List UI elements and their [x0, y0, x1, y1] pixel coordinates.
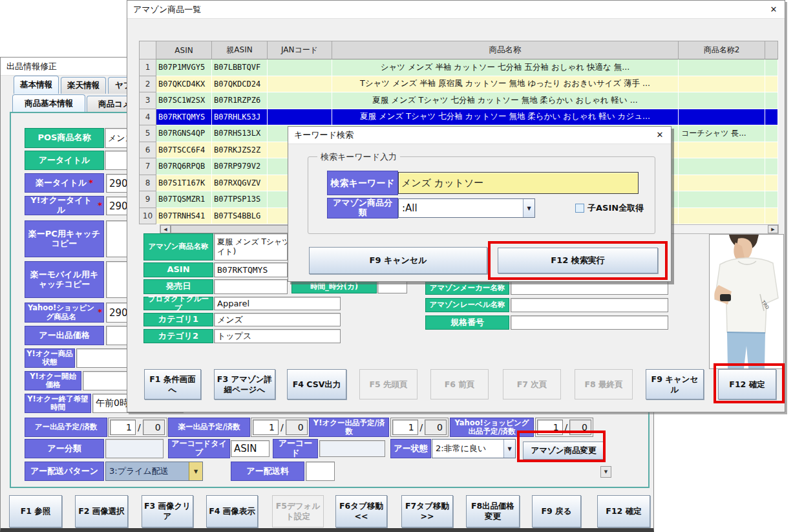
f4-image-show-button[interactable]: F4 画像表示 [206, 495, 258, 527]
tab-rakuten-info[interactable]: 楽天情報 [61, 77, 106, 94]
cell-name[interactable]: Tシャツ メンズ 半袖 原宿風 カットソー 無地 ゆったり おおきいサイズ 薄手… [332, 76, 679, 93]
cell-parent-asin[interactable]: B07RP979V2 [212, 158, 268, 175]
cell-name2[interactable] [679, 142, 765, 159]
a-codetype-field[interactable]: ASIN [231, 440, 270, 457]
cell-parent-asin[interactable]: B07RHLK53J [212, 109, 268, 126]
f9-cancel-button-dialog[interactable]: F9 キャンセル [309, 247, 487, 274]
close-icon[interactable]: ✕ [652, 128, 668, 141]
table-row[interactable]: 3 B07SC1W2SX B07R1RZPZ6 夏服 メンズ Tシャツ 七分袖 … [140, 92, 778, 109]
row-number[interactable]: 4 [140, 109, 156, 126]
tab-basic-info[interactable]: 基本情報 [14, 76, 59, 94]
a-class-field[interactable] [105, 439, 164, 458]
cell-name2[interactable] [679, 92, 765, 109]
cell-parent-asin[interactable]: B07R1RZPZ6 [212, 92, 268, 109]
release-date-field[interactable] [214, 279, 288, 294]
cell-asin[interactable]: B07RKTQMYS [156, 109, 212, 126]
row-number[interactable]: 2 [140, 76, 156, 93]
f3-amazon-detail-button[interactable]: F3 アマゾン詳細ページへ [214, 369, 275, 399]
a-code-field[interactable] [319, 440, 385, 457]
a-count-planned[interactable]: 1 [110, 420, 136, 435]
ship-fee-field[interactable] [306, 462, 335, 481]
yauc-count-planned[interactable]: 1 [392, 420, 418, 435]
cell-parent-asin[interactable]: B07TPSP13S [212, 191, 268, 208]
f7-tab-move-right-button[interactable]: F7タブ移動>> [401, 495, 453, 527]
cell-asin[interactable]: B07RQ6RPQB [156, 158, 212, 175]
row-number[interactable]: 7 [140, 158, 156, 175]
search-dialog-titlebar[interactable]: キーワード検索 ✕ [288, 127, 671, 144]
row-number[interactable]: 9 [140, 191, 156, 208]
dropdown-arrow-icon[interactable]: ▼ [503, 440, 515, 458]
ship-pattern-dropdown[interactable]: 3:プライム配送 ▼ [105, 462, 203, 481]
header-asin[interactable]: ASIN [156, 41, 212, 59]
close-icon[interactable]: ✕ [766, 3, 781, 16]
asin-field[interactable]: B07RKTQMYS [214, 262, 288, 277]
dropdown-arrow-icon[interactable]: ▼ [523, 199, 534, 217]
cell-name[interactable]: シャツ メンズ 半袖 カットソー 七分袖 五分袖 おしゃれ 快適な 無... [332, 59, 679, 76]
cell-asin[interactable]: B07TRNHS41 [156, 208, 212, 225]
cell-jan[interactable] [268, 92, 332, 109]
header-parent-asin[interactable]: 親ASIN [212, 41, 268, 59]
scroll-left-icon[interactable]: ◀ [160, 225, 171, 233]
cell-asin[interactable]: B07QKCD4KX [156, 76, 212, 93]
a-state-dropdown[interactable]: 2:非常に良い ▼ [432, 439, 516, 458]
child-asin-checkbox[interactable] [575, 204, 584, 213]
search-keyword-input[interactable]: メンズ カットソー [398, 172, 639, 194]
cell-name2[interactable] [679, 191, 765, 208]
cell-name2[interactable] [679, 59, 765, 76]
f8-price-change-button[interactable]: F8出品価格変更 [466, 495, 520, 527]
label-name-field[interactable] [511, 298, 668, 312]
table-row-selected[interactable]: 4 B07RKTQMYS B07RHLK53J 夏服 メンズ Tシャツ 七分袖 … [140, 109, 778, 126]
time-partial-field[interactable] [377, 281, 407, 293]
dropdown-arrow-icon[interactable]: ▼ [189, 462, 202, 480]
cell-parent-asin[interactable]: B07LBBTQVF [212, 59, 268, 76]
cell-name2[interactable] [679, 175, 765, 192]
cell-asin[interactable]: B07P1MVGY5 [156, 59, 212, 76]
f9-cancel-button-list[interactable]: F9 キャンセル [646, 369, 704, 399]
cell-asin[interactable]: B07S1T167K [156, 175, 212, 192]
table-row[interactable]: 2 B07QKCD4KX B07QKDCD24 Tシャツ メンズ 半袖 原宿風 … [140, 76, 778, 93]
cell-name2[interactable] [679, 208, 765, 225]
cell-name2[interactable] [679, 76, 765, 93]
category1-field[interactable]: メンズ [214, 313, 341, 326]
f1-refer-button[interactable]: F1 参照 [9, 495, 62, 527]
cell-parent-asin[interactable]: B07RHS13LX [212, 125, 268, 142]
cell-asin[interactable]: B07RGNS4QP [156, 125, 212, 142]
cell-name2[interactable] [679, 158, 765, 175]
f1-condition-screen-button[interactable]: F1 条件画面へ [144, 369, 201, 399]
f12-confirm-button-edit[interactable]: F12 確定 [597, 495, 650, 527]
product-group-field[interactable]: Apparel [214, 297, 341, 310]
f2-image-select-button[interactable]: F2 画像選択 [75, 495, 128, 527]
standard-number-field[interactable] [511, 315, 668, 330]
amazon-category-dropdown[interactable]: :All ▼ [398, 198, 535, 218]
raku-count-planned[interactable]: 1 [253, 420, 279, 435]
cell-asin[interactable]: B07TSCC6F4 [156, 142, 212, 159]
cell-jan[interactable] [268, 76, 332, 93]
child-asin-checkbox-label[interactable]: 子ASIN全取得 [587, 202, 644, 214]
cell-jan[interactable] [268, 109, 332, 126]
scroll-right-icon[interactable]: ▶ [768, 225, 778, 233]
scroll-down-icon[interactable]: ▼ [600, 466, 611, 478]
f6-tab-move-left-button[interactable]: F6タブ移動<< [335, 495, 387, 527]
row-number[interactable]: 10 [140, 208, 156, 225]
header-jan[interactable]: JANコード [268, 41, 332, 59]
cell-name[interactable]: 夏服 メンズ Tシャツ 七分袖 カットソー 無地 柔らかい おしゃれ 軽い ..… [332, 92, 679, 109]
category2-field[interactable]: トップス [214, 329, 341, 343]
row-number[interactable]: 3 [140, 92, 156, 109]
cell-name[interactable]: 夏服 メンズ Tシャツ 七分袖 カットソー 無地 柔らかい おしゃれ 軽い カジ… [332, 109, 679, 126]
maker-name-field[interactable] [511, 281, 668, 295]
tab-product-basic[interactable]: 商品基本情報 [12, 94, 85, 112]
table-row[interactable]: 1 B07P1MVGY5 B07LBBTQVF シャツ メンズ 半袖 カットソー… [140, 59, 778, 76]
row-number[interactable]: 1 [140, 59, 156, 76]
cell-asin[interactable]: B07TQSMZR1 [156, 191, 212, 208]
header-name2[interactable]: 商品名称2 [679, 41, 765, 59]
cell-name2[interactable]: コーチシャツ 長... [679, 125, 765, 142]
cell-jan[interactable] [268, 59, 332, 76]
cell-parent-asin[interactable]: B07RXQGVZV [212, 175, 268, 192]
amazon-name-field[interactable]: 夏服 メンズ Tシャツ イト) [214, 233, 288, 261]
f4-csv-export-button[interactable]: F4 CSV出力 [287, 369, 346, 399]
row-number[interactable]: 6 [140, 142, 156, 159]
f9-back-button[interactable]: F9 戻る [532, 495, 581, 527]
cell-parent-asin[interactable]: B07RKJZS2Z [212, 142, 268, 159]
row-number[interactable]: 5 [140, 125, 156, 142]
cell-name2[interactable] [679, 109, 765, 126]
